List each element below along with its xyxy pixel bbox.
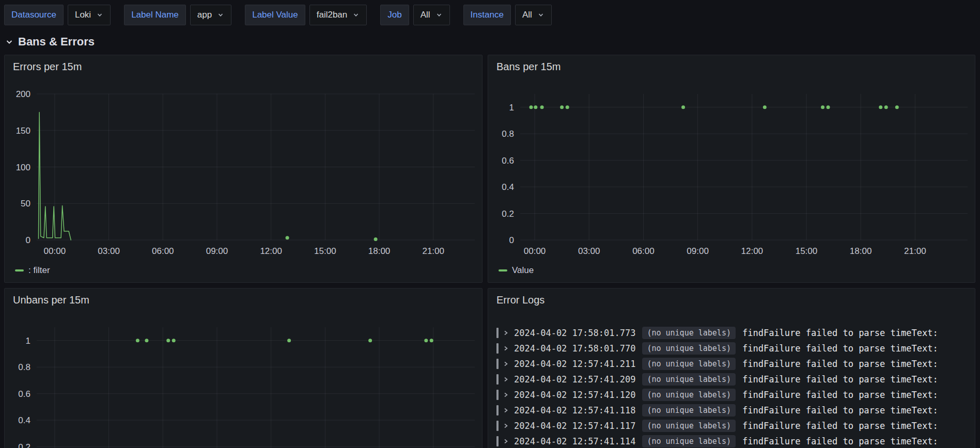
variable-dropdown[interactable]: All xyxy=(515,5,552,25)
unbans-time-series-chart[interactable]: 00.20.40.60.8100:0003:0006:0009:0012:001… xyxy=(5,312,482,448)
dashboard-variables-bar: Datasource Loki Label Name app Label Val… xyxy=(0,0,980,27)
chevron-down-icon xyxy=(217,11,224,19)
variable-selected-value: app xyxy=(197,10,212,20)
svg-text:12:00: 12:00 xyxy=(741,246,764,256)
panel-header: Error Logs xyxy=(488,289,975,312)
svg-text:03:00: 03:00 xyxy=(98,246,120,256)
panel-unbans-per-15m: Unbans per 15m 00.20.40.60.8100:0003:000… xyxy=(4,288,483,448)
svg-text:1: 1 xyxy=(26,336,30,346)
svg-text:0.6: 0.6 xyxy=(502,156,514,166)
svg-text:200: 200 xyxy=(16,89,30,99)
svg-text:100: 100 xyxy=(16,163,30,172)
chevron-right-icon[interactable] xyxy=(503,391,509,398)
svg-text:06:00: 06:00 xyxy=(152,246,174,256)
variable-dropdown[interactable]: fail2ban xyxy=(309,5,367,25)
svg-text:0: 0 xyxy=(26,235,30,245)
chevron-right-icon[interactable] xyxy=(503,329,509,337)
chevron-right-icon[interactable] xyxy=(503,438,509,445)
chevron-down-icon xyxy=(352,11,360,19)
log-timestamp: 2024-04-02 12:57:41.209 xyxy=(514,374,635,385)
chevron-right-icon[interactable] xyxy=(503,407,509,414)
log-labels-badge: (no unique labels) xyxy=(642,404,736,417)
variable-selected-value: Loki xyxy=(75,10,91,20)
log-timestamp: 2024-04-02 12:57:41.118 xyxy=(514,405,635,415)
log-timestamp: 2024-04-02 17:58:01.770 xyxy=(514,343,635,354)
svg-text:15:00: 15:00 xyxy=(796,246,818,256)
svg-text:0: 0 xyxy=(509,235,514,245)
panel-title[interactable]: Unbans per 15m xyxy=(13,294,89,306)
variable-label: Job xyxy=(380,5,409,25)
panel-errors-per-15m: Errors per 15m 05010015020000:0003:0006:… xyxy=(4,55,483,283)
legend-series-label[interactable]: : filter xyxy=(28,265,50,276)
log-message: findFailure failed to parse timeText: xyxy=(742,374,938,385)
log-labels-badge: (no unique labels) xyxy=(642,389,736,401)
log-row[interactable]: 2024-04-02 12:57:41.114 (no unique label… xyxy=(496,434,975,448)
log-timestamp: 2024-04-02 12:57:41.211 xyxy=(514,359,635,369)
log-labels-badge: (no unique labels) xyxy=(642,420,736,432)
log-row[interactable]: 2024-04-02 12:57:41.117 (no unique label… xyxy=(496,418,975,434)
chevron-right-icon[interactable] xyxy=(503,376,509,383)
log-labels-badge: (no unique labels) xyxy=(642,435,736,447)
log-message: findFailure failed to parse timeText: xyxy=(742,343,938,354)
variable-label: Label Name xyxy=(124,5,186,25)
log-row[interactable]: 2024-04-02 17:58:01.770 (no unique label… xyxy=(496,341,975,356)
log-level-bar xyxy=(496,359,499,369)
variable-job: Job All xyxy=(380,5,449,25)
svg-text:0.4: 0.4 xyxy=(18,415,30,425)
panel-header: Bans per 15m xyxy=(488,55,975,78)
log-row[interactable]: 2024-04-02 12:57:41.118 (no unique label… xyxy=(496,403,975,418)
panel-title[interactable]: Error Logs xyxy=(496,294,545,306)
chevron-right-icon[interactable] xyxy=(503,422,509,429)
variable-selected-value: All xyxy=(522,10,532,20)
dashboard-row-bans-and-errors[interactable]: Bans & Errors xyxy=(0,27,980,55)
chevron-down-icon xyxy=(435,11,443,19)
log-row[interactable]: 2024-04-02 12:57:41.120 (no unique label… xyxy=(496,387,975,403)
variable-instance: Instance All xyxy=(463,5,552,25)
svg-text:03:00: 03:00 xyxy=(578,246,600,256)
svg-text:50: 50 xyxy=(21,199,30,209)
chevron-down-icon xyxy=(96,11,103,19)
log-message: findFailure failed to parse timeText: xyxy=(742,405,938,415)
svg-text:1: 1 xyxy=(509,103,514,113)
panel-bans-per-15m: Bans per 15m 00.20.40.60.8100:0003:0006:… xyxy=(488,55,975,283)
log-message: findFailure failed to parse timeText: xyxy=(742,390,938,400)
log-timestamp: 2024-04-02 12:57:41.117 xyxy=(514,421,635,431)
svg-text:09:00: 09:00 xyxy=(687,246,709,256)
variable-dropdown[interactable]: All xyxy=(413,5,450,25)
svg-text:0.2: 0.2 xyxy=(18,442,30,448)
log-row[interactable]: 2024-04-02 12:57:41.211 (no unique label… xyxy=(496,356,975,372)
legend[interactable]: Value xyxy=(488,264,975,282)
legend-series-label[interactable]: Value xyxy=(512,265,534,276)
panel-title[interactable]: Errors per 15m xyxy=(13,61,82,73)
legend-series-swatch xyxy=(15,269,24,271)
log-level-bar xyxy=(496,390,499,400)
svg-text:0.2: 0.2 xyxy=(502,209,514,219)
chevron-right-icon[interactable] xyxy=(503,360,509,367)
chevron-right-icon[interactable] xyxy=(503,345,509,352)
log-row[interactable]: 2024-04-02 12:57:41.209 (no unique label… xyxy=(496,372,975,387)
variable-label-name: Label Name app xyxy=(124,5,231,25)
variable-dropdown[interactable]: Loki xyxy=(68,5,111,25)
log-message: findFailure failed to parse timeText: xyxy=(742,359,938,369)
log-labels-badge: (no unique labels) xyxy=(642,358,736,370)
svg-text:09:00: 09:00 xyxy=(206,246,228,256)
panel-error-logs: Error Logs 2024-04-02 17:58:01.773 (no u… xyxy=(488,288,975,448)
chevron-down-icon xyxy=(537,11,545,19)
panel-header: Errors per 15m xyxy=(5,55,482,78)
svg-text:00:00: 00:00 xyxy=(44,246,66,256)
variable-selected-value: All xyxy=(421,10,430,20)
log-rows-list: 2024-04-02 17:58:01.773 (no unique label… xyxy=(488,312,975,448)
variable-dropdown[interactable]: app xyxy=(190,5,231,25)
svg-text:150: 150 xyxy=(16,126,30,136)
legend[interactable]: : filter xyxy=(5,264,482,282)
log-level-bar xyxy=(496,421,499,431)
svg-text:21:00: 21:00 xyxy=(904,246,926,256)
variable-label: Instance xyxy=(463,5,511,25)
svg-text:15:00: 15:00 xyxy=(314,246,336,256)
log-row[interactable]: 2024-04-02 17:58:01.773 (no unique label… xyxy=(496,325,975,341)
errors-time-series-chart[interactable]: 05010015020000:0003:0006:0009:0012:0015:… xyxy=(5,78,482,264)
svg-text:0.8: 0.8 xyxy=(18,362,30,372)
svg-text:18:00: 18:00 xyxy=(368,246,391,256)
panel-title[interactable]: Bans per 15m xyxy=(496,61,561,73)
bans-time-series-chart[interactable]: 00.20.40.60.8100:0003:0006:0009:0012:001… xyxy=(488,78,975,264)
